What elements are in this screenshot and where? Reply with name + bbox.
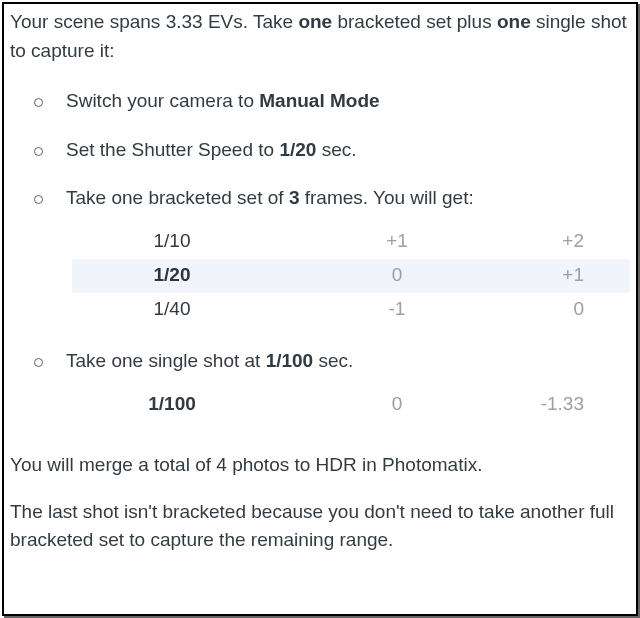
intro-prefix: Your scene spans [10, 11, 166, 32]
steps-list: Switch your camera to Manual Mode Set th… [10, 87, 630, 421]
footer-p2: The last shot isn't bracketed because yo… [10, 498, 630, 555]
intro-one-b: one [497, 11, 531, 32]
step-3-text: Take one bracketed set of [66, 187, 289, 208]
instruction-panel: Your scene spans 3.33 EVs. Take one brac… [2, 2, 638, 616]
table-row: 1/40-10 [72, 293, 630, 327]
step-2-suffix: sec. [316, 139, 356, 160]
footer-p1: You will merge a total of 4 photos to HD… [10, 451, 630, 480]
step-3: Take one bracketed set of 3 frames. You … [34, 184, 630, 327]
intro-ev: 3.33 EVs [166, 11, 243, 32]
table-row: 1/10+1+2 [72, 225, 630, 259]
shutter-cell: 1/100 [72, 390, 332, 419]
ev1-cell: -1 [332, 295, 462, 324]
step-4-text: Take one single shot at [66, 350, 266, 371]
step-1-bold: Manual Mode [259, 90, 379, 111]
ev2-cell: +2 [462, 227, 592, 256]
ev2-cell: -1.33 [462, 390, 592, 419]
table-row: 1/200+1 [72, 259, 630, 293]
intro-one-a: one [298, 11, 332, 32]
step-1: Switch your camera to Manual Mode [34, 87, 630, 116]
step-2-text: Set the Shutter Speed to [66, 139, 279, 160]
single-table: 1/100 0 -1.33 [66, 387, 630, 421]
step-3-bold: 3 [289, 187, 300, 208]
shutter-cell: 1/40 [72, 295, 332, 324]
shutter-cell: 1/20 [72, 261, 332, 290]
ev2-cell: +1 [462, 261, 592, 290]
step-3-suffix: frames. You will get: [299, 187, 473, 208]
bracket-table: 1/10+1+21/200+11/40-10 [66, 225, 630, 327]
intro-mid2: bracketed set plus [332, 11, 497, 32]
table-row: 1/100 0 -1.33 [72, 387, 630, 421]
step-1-text: Switch your camera to [66, 90, 259, 111]
ev2-cell: 0 [462, 295, 592, 324]
step-2-bold: 1/20 [279, 139, 316, 160]
step-2: Set the Shutter Speed to 1/20 sec. [34, 136, 630, 165]
ev1-cell: 0 [332, 261, 462, 290]
intro-text: Your scene spans 3.33 EVs. Take one brac… [10, 8, 630, 65]
footer-notes: You will merge a total of 4 photos to HD… [10, 451, 630, 555]
intro-mid: . Take [243, 11, 299, 32]
step-4-suffix: sec. [313, 350, 353, 371]
shutter-cell: 1/10 [72, 227, 332, 256]
step-4: Take one single shot at 1/100 sec. 1/100… [34, 347, 630, 422]
step-4-bold: 1/100 [266, 350, 314, 371]
ev1-cell: +1 [332, 227, 462, 256]
ev1-cell: 0 [332, 390, 462, 419]
